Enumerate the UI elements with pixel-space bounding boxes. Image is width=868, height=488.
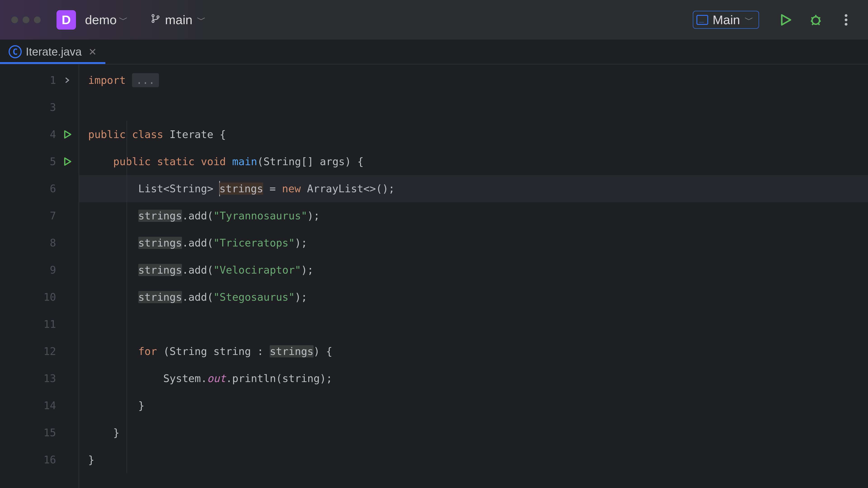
punct: ); bbox=[301, 264, 313, 276]
gutter-line[interactable]: 7 bbox=[0, 202, 79, 229]
punct: ); bbox=[295, 237, 307, 249]
line-number: 12 bbox=[42, 345, 56, 357]
line-number: 3 bbox=[42, 101, 56, 113]
gutter-line[interactable]: 14 bbox=[0, 392, 79, 419]
line-number: 4 bbox=[42, 128, 56, 140]
line-number: 5 bbox=[42, 156, 56, 168]
tab-iterate-java[interactable]: C Iterate.java ✕ bbox=[0, 39, 105, 64]
code-line[interactable]: System.out.println(string); bbox=[79, 365, 868, 392]
run-gutter-icon[interactable] bbox=[61, 156, 73, 167]
string-literal: "Tyrannosaurus" bbox=[213, 210, 307, 222]
svg-point-6 bbox=[845, 23, 847, 26]
punct: ) { bbox=[313, 345, 332, 357]
code-line-current[interactable]: List<String> strings = new ArrayList<>()… bbox=[79, 175, 868, 202]
line-number: 7 bbox=[42, 210, 56, 222]
line-number: 10 bbox=[42, 291, 56, 303]
punct: ); bbox=[295, 291, 307, 303]
svg-point-4 bbox=[845, 14, 847, 17]
gutter-line[interactable]: 13 bbox=[0, 365, 79, 392]
java-class-icon: C bbox=[8, 45, 22, 58]
gutter-line[interactable]: 15 bbox=[0, 419, 79, 446]
gutter-line[interactable]: 16 bbox=[0, 446, 79, 473]
code-line[interactable] bbox=[79, 94, 868, 121]
method-call: .add( bbox=[182, 291, 213, 303]
line-number: 14 bbox=[42, 399, 56, 412]
type: List bbox=[138, 183, 163, 195]
keyword: static bbox=[157, 156, 195, 168]
folded-region[interactable]: ... bbox=[132, 73, 159, 87]
punct: } bbox=[88, 454, 94, 466]
run-gutter-icon[interactable] bbox=[61, 129, 73, 140]
window-min-dot[interactable] bbox=[23, 17, 29, 23]
gutter[interactable]: 1 3 4 5 6 💡 7 8 9 10 11 12 13 bbox=[0, 64, 79, 488]
variable: strings bbox=[138, 210, 182, 222]
code-line[interactable]: } bbox=[79, 392, 868, 419]
gutter-line[interactable]: 12 bbox=[0, 338, 79, 365]
svg-point-0 bbox=[152, 15, 154, 17]
gutter-line[interactable]: 6 💡 bbox=[0, 175, 79, 202]
code-line[interactable]: } bbox=[79, 446, 868, 473]
run-button[interactable] bbox=[775, 9, 796, 31]
project-selector[interactable]: demo ﹀ bbox=[85, 12, 128, 27]
keyword: import bbox=[88, 74, 126, 86]
code-line[interactable]: public class Iterate { bbox=[79, 121, 868, 148]
keyword: void bbox=[201, 156, 226, 168]
vcs-branch-selector[interactable]: main ﹀ bbox=[151, 12, 206, 27]
close-icon[interactable]: ✕ bbox=[88, 46, 97, 58]
debug-button[interactable] bbox=[805, 9, 827, 31]
method-call: .add( bbox=[182, 237, 213, 249]
chevron-down-icon: ﹀ bbox=[197, 13, 206, 26]
svg-point-5 bbox=[845, 18, 847, 21]
line-number: 1 bbox=[42, 74, 56, 86]
code-line[interactable]: } bbox=[79, 419, 868, 446]
variable: strings bbox=[138, 264, 182, 276]
top-toolbar: D demo ﹀ main ﹀ Main ﹀ bbox=[0, 0, 868, 39]
editor-tab-bar: C Iterate.java ✕ bbox=[0, 39, 868, 64]
window-close-dot[interactable] bbox=[11, 17, 18, 23]
gutter-line[interactable]: 3 bbox=[0, 94, 79, 121]
run-config-label: Main bbox=[713, 12, 740, 27]
chevron-down-icon: ﹀ bbox=[745, 13, 754, 26]
tab-label: Iterate.java bbox=[26, 45, 82, 58]
method-call: .add( bbox=[182, 264, 213, 276]
gutter-line[interactable]: 9 bbox=[0, 256, 79, 284]
run-config-selector[interactable]: Main ﹀ bbox=[693, 11, 759, 29]
line-number: 11 bbox=[42, 318, 56, 330]
method-name: main bbox=[232, 156, 257, 168]
method-call: .println(string); bbox=[226, 372, 332, 385]
gutter-line[interactable]: 4 bbox=[0, 121, 79, 148]
gutter-line[interactable]: 8 bbox=[0, 229, 79, 256]
code-line[interactable]: public static void main(String[] args) { bbox=[79, 148, 868, 175]
code-line[interactable] bbox=[79, 311, 868, 338]
string-literal: "Triceratops" bbox=[213, 237, 295, 249]
variable: strings bbox=[138, 291, 182, 303]
chevron-right-icon[interactable] bbox=[61, 74, 73, 86]
gutter-line[interactable]: 11 bbox=[0, 311, 79, 338]
line-number: 16 bbox=[42, 454, 56, 466]
gutter-line[interactable]: 1 bbox=[0, 67, 79, 94]
field: out bbox=[207, 372, 226, 385]
variable: strings bbox=[138, 237, 182, 249]
generic: <String> bbox=[163, 183, 213, 195]
branch-icon bbox=[151, 12, 160, 27]
punct: = bbox=[263, 183, 282, 195]
code-line[interactable]: strings.add("Velociraptor"); bbox=[79, 256, 868, 284]
branch-name-label: main bbox=[165, 12, 192, 27]
type: System. bbox=[163, 372, 207, 385]
gutter-line[interactable]: 10 bbox=[0, 284, 79, 311]
project-badge: D bbox=[57, 10, 76, 30]
punct: ArrayList<>(); bbox=[301, 183, 395, 195]
punct: { bbox=[213, 128, 226, 140]
code-line[interactable]: strings.add("Stegosaurus"); bbox=[79, 284, 868, 311]
window-max-dot[interactable] bbox=[34, 17, 41, 23]
code-line[interactable]: for (String string : strings) { bbox=[79, 338, 868, 365]
code-line[interactable]: strings.add("Triceratops"); bbox=[79, 229, 868, 256]
code-area[interactable]: import ... public class Iterate { public… bbox=[79, 64, 868, 488]
code-line[interactable]: strings.add("Tyrannosaurus"); bbox=[79, 202, 868, 229]
class-name: Iterate bbox=[169, 128, 213, 140]
params: (String[] args) { bbox=[257, 156, 364, 168]
more-actions-button[interactable] bbox=[835, 9, 857, 31]
project-name-label: demo bbox=[85, 12, 117, 27]
code-line[interactable]: import ... bbox=[79, 67, 868, 94]
gutter-line[interactable]: 5 bbox=[0, 148, 79, 175]
